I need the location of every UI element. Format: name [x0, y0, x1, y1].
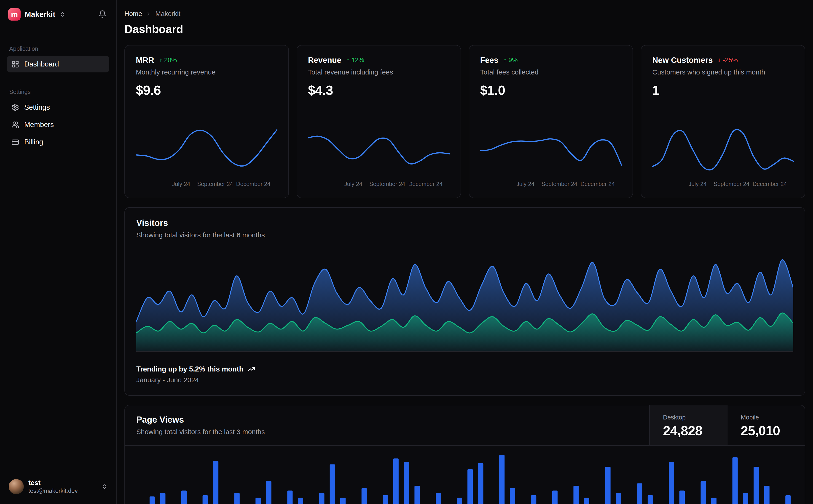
trending-up-icon — [248, 365, 255, 373]
mobile-stat-toggle[interactable]: Mobile 25,010 — [727, 405, 805, 445]
x-axis-tick-label: July 24 — [344, 181, 362, 187]
workspace-name: Makerkit — [25, 10, 55, 19]
stat-title: MRR — [136, 56, 154, 65]
stat-subtitle: Monthly recurring revenue — [136, 68, 278, 76]
sidebar-item-settings[interactable]: Settings — [7, 99, 109, 116]
revenue-sparkline-chart — [308, 120, 450, 177]
stat-value: 1 — [652, 82, 794, 98]
trend-value: -25% — [723, 56, 738, 64]
trend-badge: ↓ -25% — [718, 56, 738, 64]
credit-card-icon — [11, 138, 19, 146]
workspace-selector[interactable]: m Makerkit — [7, 6, 109, 22]
stat-subtitle: Total fees collected — [480, 68, 622, 76]
stat-card-mrr: MRR ↑ 20% Monthly recurring revenue $9.6… — [124, 45, 289, 198]
page-views-card: Page Views Showing total visitors for th… — [124, 405, 805, 504]
makerkit-logo: m — [8, 8, 21, 21]
stat-subtitle: Customers who signed up this month — [652, 68, 794, 76]
stat-cards-row: MRR ↑ 20% Monthly recurring revenue $9.6… — [124, 45, 805, 198]
stat-subtitle: Total revenue including fees — [308, 68, 450, 76]
chevron-up-down-icon — [59, 11, 65, 17]
desktop-value: 24,828 — [663, 423, 714, 438]
sidebar-item-dashboard[interactable]: Dashboard — [7, 56, 109, 72]
gear-icon — [11, 103, 19, 111]
avatar — [9, 479, 24, 494]
x-axis-tick-label: July 24 — [516, 181, 534, 187]
x-axis-tick-label: July 24 — [689, 181, 707, 187]
sidebar-item-label: Members — [24, 121, 54, 129]
trend-arrow-icon: ↓ — [718, 56, 721, 64]
stat-title: Revenue — [308, 56, 341, 65]
page-views-bar-chart — [136, 455, 793, 504]
x-axis-tick-label: September 24 — [197, 181, 233, 187]
stat-card-new-customers: New Customers ↓ -25% Customers who signe… — [641, 45, 805, 198]
x-axis-labels: July 24September 24December 24 — [480, 181, 622, 189]
breadcrumb-home[interactable]: Home — [124, 10, 142, 18]
x-axis-tick-label: December 24 — [236, 181, 271, 187]
trend-arrow-icon: ↑ — [503, 56, 506, 64]
visitors-subtitle: Showing total visitors for the last 6 mo… — [136, 231, 793, 239]
stat-title: New Customers — [652, 56, 713, 65]
trend-value: 12% — [352, 56, 364, 64]
stat-card-fees: Fees ↑ 9% Total fees collected $1.0 July… — [469, 45, 633, 198]
x-axis-labels: July 24September 24December 24 — [136, 181, 278, 189]
stat-value: $4.3 — [308, 82, 450, 98]
stat-value: $1.0 — [480, 82, 622, 98]
trend-arrow-icon: ↑ — [159, 56, 162, 64]
trend-badge: ↑ 12% — [347, 56, 364, 64]
fees-sparkline-chart — [480, 120, 622, 177]
x-axis-tick-label: September 24 — [369, 181, 405, 187]
x-axis-tick-label: December 24 — [580, 181, 615, 187]
nav-application: Dashboard — [7, 56, 109, 73]
mobile-label: Mobile — [741, 414, 792, 421]
chevron-right-icon — [146, 11, 151, 17]
visitors-card: Visitors Showing total visitors for the … — [124, 207, 805, 396]
section-label-application: Application — [9, 45, 107, 52]
breadcrumb: Home Makerkit — [124, 10, 805, 18]
trend-badge: ↑ 9% — [503, 56, 517, 64]
visitors-period: January - June 2024 — [136, 376, 793, 384]
nav-settings: Settings Members Billing — [7, 99, 109, 151]
mobile-value: 25,010 — [741, 423, 792, 438]
bell-icon — [98, 10, 106, 18]
mrr-sparkline-chart — [136, 120, 278, 177]
new-customers-sparkline-chart — [652, 120, 794, 177]
section-label-settings: Settings — [9, 88, 107, 95]
page-title: Dashboard — [124, 23, 805, 36]
trend-value: 9% — [508, 56, 517, 64]
page-views-subtitle: Showing total visitors for the last 3 mo… — [136, 428, 638, 436]
visitors-trend-text: Trending up by 5.2% this month — [136, 365, 243, 373]
users-icon — [11, 121, 19, 129]
chevron-up-down-icon — [101, 484, 107, 490]
layout-grid-icon — [11, 60, 19, 68]
stat-title: Fees — [480, 56, 498, 65]
trend-badge: ↑ 20% — [159, 56, 177, 64]
app-root: m Makerkit Application Dashboard Setting… — [0, 0, 813, 504]
sidebar-item-label: Settings — [24, 103, 50, 111]
user-name: test — [28, 479, 78, 486]
sidebar-item-label: Billing — [24, 138, 43, 146]
x-axis-tick-label: July 24 — [172, 181, 190, 187]
x-axis-labels: July 24September 24December 24 — [308, 181, 450, 189]
stat-value: $9.6 — [136, 82, 278, 98]
stat-card-revenue: Revenue ↑ 12% Total revenue including fe… — [297, 45, 461, 198]
visitors-title: Visitors — [136, 218, 793, 228]
sidebar-item-label: Dashboard — [24, 60, 59, 68]
sidebar-item-members[interactable]: Members — [7, 117, 109, 133]
page-views-toggle-group: Desktop 24,828 Mobile 25,010 — [649, 405, 805, 445]
notifications-button[interactable] — [97, 9, 108, 20]
x-axis-labels: July 24September 24December 24 — [652, 181, 794, 189]
user-email: test@makerkit.dev — [28, 487, 78, 494]
x-axis-tick-label: December 24 — [753, 181, 787, 187]
sidebar: m Makerkit Application Dashboard Setting… — [0, 0, 117, 504]
sidebar-item-billing[interactable]: Billing — [7, 134, 109, 150]
desktop-stat-toggle[interactable]: Desktop 24,828 — [649, 405, 727, 445]
x-axis-tick-label: September 24 — [714, 181, 749, 187]
visitors-area-chart — [136, 254, 793, 352]
desktop-label: Desktop — [663, 414, 714, 421]
breadcrumb-current[interactable]: Makerkit — [155, 10, 180, 18]
trend-arrow-icon: ↑ — [347, 56, 350, 64]
x-axis-tick-label: December 24 — [408, 181, 442, 187]
main-content: Home Makerkit Dashboard MRR ↑ 20% Monthl… — [117, 0, 813, 504]
x-axis-tick-label: September 24 — [541, 181, 577, 187]
user-menu[interactable]: test test@makerkit.dev — [7, 476, 109, 497]
